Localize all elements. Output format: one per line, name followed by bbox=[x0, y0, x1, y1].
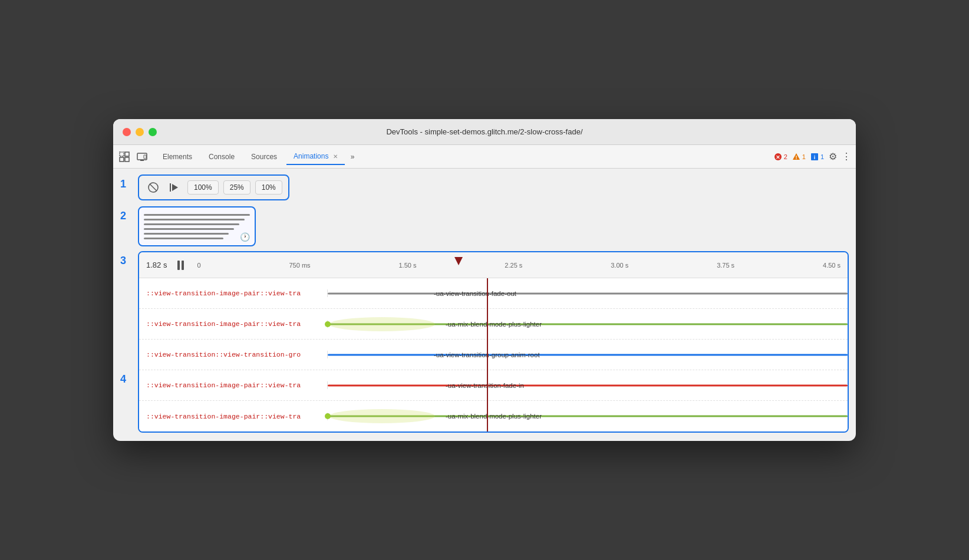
anim-row-3[interactable]: ::view-transition::view-transition-gro -… bbox=[139, 340, 848, 370]
anim-line-6 bbox=[144, 238, 223, 239]
tab-console[interactable]: Console bbox=[202, 149, 242, 164]
section-2-wrapper: 2 🕐 bbox=[113, 204, 856, 251]
inspect-icon[interactable] bbox=[118, 150, 131, 163]
anim-name-2: -ua-mix-blend-mode-plus-lighter bbox=[446, 321, 542, 328]
pause-icon bbox=[177, 261, 184, 270]
blob-1 bbox=[329, 317, 435, 331]
pause-bar-1 bbox=[177, 261, 180, 270]
dot-2 bbox=[325, 413, 331, 419]
svg-line-14 bbox=[150, 184, 157, 191]
anim-line-3 bbox=[144, 223, 239, 225]
svg-rect-6 bbox=[144, 155, 146, 159]
window-title: DevTools - simple-set-demos.glitch.me/2-… bbox=[386, 127, 582, 136]
anim-line-2 bbox=[144, 219, 245, 220]
dot-1 bbox=[325, 321, 331, 327]
minimize-button[interactable] bbox=[136, 128, 144, 136]
ruler-mark-150: 1.50 s bbox=[398, 262, 416, 269]
anim-row-4[interactable]: ::view-transition-image-pair::view-tra -… bbox=[139, 370, 848, 401]
anim-name-1: -ua-view-transition-fade-out bbox=[434, 290, 516, 297]
clock-icon: 🕐 bbox=[240, 232, 250, 242]
tab-overflow-button[interactable]: » bbox=[347, 150, 358, 163]
anim-name-4: -ua-view-transition-fade-in bbox=[446, 382, 524, 389]
blob-2 bbox=[329, 409, 435, 423]
anim-row-1[interactable]: ::view-transition-image-pair::view-tra -… bbox=[139, 278, 848, 309]
timeline-ruler[interactable]: 1.82 s 0 750 ms 1.50 s 2.25 s 3.00 s 3.7… bbox=[139, 252, 848, 278]
section-3-4-outer: 3 4 1.82 s 0 750 ms 1.50 s 2.25 bbox=[113, 251, 856, 441]
svg-rect-2 bbox=[125, 152, 129, 156]
section-label-1: 1 bbox=[120, 178, 132, 190]
playhead-diamond bbox=[454, 257, 463, 265]
devtools-body: 1 100% 25% 10% 2 bbox=[113, 169, 856, 441]
ruler-mark-450: 4.50 s bbox=[823, 262, 841, 269]
svg-rect-5 bbox=[140, 160, 144, 161]
tab-bar: Elements Console Sources Animations ✕ » … bbox=[113, 145, 856, 169]
tab-sources[interactable]: Sources bbox=[244, 149, 284, 164]
row-label-2: ::view-transition-image-pair::view-tra bbox=[139, 320, 328, 328]
devtools-window: DevTools - simple-set-demos.glitch.me/2-… bbox=[113, 119, 856, 441]
title-bar: DevTools - simple-set-demos.glitch.me/2-… bbox=[113, 119, 856, 145]
tab-elements[interactable]: Elements bbox=[156, 149, 199, 164]
warning-badge: ! 1 bbox=[792, 153, 806, 161]
row-track-2: -ua-mix-blend-mode-plus-lighter bbox=[328, 309, 848, 339]
animation-preview[interactable]: 🕐 bbox=[138, 206, 256, 246]
pause-bar-2 bbox=[182, 261, 184, 270]
ruler-mark-750: 750 ms bbox=[289, 262, 310, 269]
anim-row-2[interactable]: ::view-transition-image-pair::view-tra -… bbox=[139, 309, 848, 340]
tab-close-icon[interactable]: ✕ bbox=[333, 153, 338, 160]
anim-line-5 bbox=[144, 233, 229, 235]
bar-blue-1 bbox=[328, 354, 848, 355]
tab-animations[interactable]: Animations ✕ bbox=[286, 149, 345, 165]
settings-icon[interactable]: ⚙ bbox=[829, 151, 837, 162]
row-track-5: -ua-mix-blend-mode-plus-lighter bbox=[328, 401, 848, 431]
ruler-marks: 0 750 ms 1.50 s 2.25 s 3.00 s 3.75 s 4.5… bbox=[197, 262, 841, 269]
svg-rect-0 bbox=[120, 152, 124, 156]
svg-rect-3 bbox=[125, 157, 129, 162]
animation-lines bbox=[144, 214, 250, 239]
current-time-display: 1.82 s bbox=[146, 261, 167, 269]
anim-line-4 bbox=[144, 228, 234, 230]
anim-line-1 bbox=[144, 214, 250, 216]
responsive-icon[interactable] bbox=[136, 150, 149, 163]
timeline-section: 1.82 s 0 750 ms 1.50 s 2.25 s 3.00 s 3.7… bbox=[138, 251, 849, 433]
clear-animations-button[interactable] bbox=[145, 179, 162, 196]
row-track-1: -ua-view-transition-fade-out bbox=[328, 278, 848, 308]
bar-gray-1 bbox=[328, 292, 848, 294]
info-badge: i 1 bbox=[810, 153, 824, 161]
more-icon[interactable]: ⋮ bbox=[842, 151, 851, 162]
play-pause-button[interactable] bbox=[166, 179, 183, 196]
section-label-2: 2 bbox=[120, 210, 132, 222]
row-label-1: ::view-transition-image-pair::view-tra bbox=[139, 289, 328, 297]
ruler-mark-375: 3.75 s bbox=[717, 262, 734, 269]
section-1-wrapper: 1 100% 25% 10% bbox=[113, 169, 856, 204]
ruler-mark-0: 0 bbox=[197, 262, 200, 269]
svg-text:i: i bbox=[814, 154, 816, 160]
tab-bar-icons bbox=[118, 150, 149, 163]
speed-25-button[interactable]: 25% bbox=[223, 180, 251, 195]
ruler-mark-225: 2.25 s bbox=[505, 262, 522, 269]
svg-text:!: ! bbox=[795, 154, 797, 160]
row-label-3: ::view-transition::view-transition-gro bbox=[139, 351, 328, 358]
error-badge: ✕ 2 bbox=[774, 153, 787, 161]
svg-rect-1 bbox=[120, 157, 124, 162]
anim-name-5: -ua-mix-blend-mode-plus-lighter bbox=[446, 413, 542, 420]
tab-bar-right: ✕ 2 ! 1 i 1 ⚙ ⋮ bbox=[774, 151, 851, 162]
svg-text:✕: ✕ bbox=[776, 154, 780, 160]
row-track-4: -ua-view-transition-fade-in bbox=[328, 370, 848, 400]
maximize-button[interactable] bbox=[149, 128, 157, 136]
svg-marker-15 bbox=[172, 184, 178, 191]
section-label-3: 3 4 bbox=[120, 255, 132, 386]
ruler-mark-300: 3.00 s bbox=[611, 262, 628, 269]
speed-10-button[interactable]: 10% bbox=[255, 180, 282, 195]
traffic-lights bbox=[123, 128, 157, 136]
row-label-4: ::view-transition-image-pair::view-tra bbox=[139, 381, 328, 389]
anim-name-3: -ua-view-transition-group-anim-root bbox=[434, 351, 540, 358]
controls-container: 100% 25% 10% bbox=[138, 174, 289, 200]
animation-tracks: ::view-transition-image-pair::view-tra -… bbox=[139, 278, 848, 431]
bar-red-1 bbox=[328, 384, 848, 386]
row-label-5: ::view-transition-image-pair::view-tra bbox=[139, 413, 328, 420]
row-track-3: -ua-view-transition-group-anim-root bbox=[328, 340, 848, 370]
speed-100-button[interactable]: 100% bbox=[187, 180, 219, 195]
anim-row-5[interactable]: ::view-transition-image-pair::view-tra -… bbox=[139, 401, 848, 431]
close-button[interactable] bbox=[123, 128, 131, 136]
